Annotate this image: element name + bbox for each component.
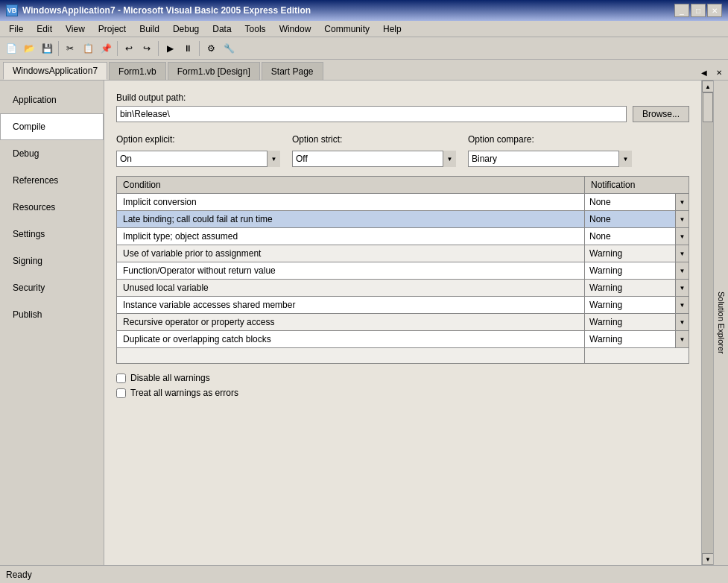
sidebar-item-debug[interactable]: Debug — [0, 140, 104, 167]
notification-value: Warning — [585, 263, 675, 278]
tab-close[interactable]: ✕ — [713, 67, 725, 78]
menu-data[interactable]: Data — [206, 22, 237, 36]
option-compare-select[interactable]: Binary Text — [468, 151, 632, 167]
sidebar-item-settings[interactable]: Settings — [0, 221, 104, 248]
condition-cell: Implicit type; object assumed — [117, 228, 585, 245]
menu-community[interactable]: Community — [318, 22, 376, 36]
sidebar-item-resources[interactable]: Resources — [0, 194, 104, 221]
toolbar-new[interactable]: 📄 — [3, 40, 19, 57]
sidebar-item-application[interactable]: Application — [0, 86, 104, 113]
menu-project[interactable]: Project — [92, 22, 132, 36]
notification-value: Warning — [585, 332, 675, 347]
sidebar-item-security[interactable]: Security — [0, 274, 104, 301]
toolbar-save-all[interactable]: 💾 — [39, 40, 55, 57]
notification-value: Warning — [585, 246, 675, 261]
table-row: Use of variable prior to assignment Warn… — [117, 245, 689, 262]
notification-dropdown-btn[interactable]: ▼ — [675, 194, 689, 210]
menu-help[interactable]: Help — [377, 22, 408, 36]
content-inner: Build output path: Browse... Option expl… — [104, 81, 701, 565]
scroll-down-btn[interactable]: ▼ — [702, 553, 714, 565]
scroll-up-btn[interactable]: ▲ — [702, 81, 714, 92]
notification-cell: None ▼ — [585, 194, 689, 211]
toolbar-sep-1 — [58, 41, 59, 56]
toolbar-sep-2 — [117, 41, 118, 56]
title-controls[interactable]: _ □ ✕ — [674, 4, 722, 17]
menu-tools[interactable]: Tools — [239, 22, 272, 36]
notification-value: Warning — [585, 280, 675, 295]
close-button[interactable]: ✕ — [707, 4, 722, 17]
build-output-input[interactable] — [116, 106, 627, 122]
toolbar-copy[interactable]: 📋 — [80, 40, 96, 57]
table-row: Duplicate or overlapping catch blocks Wa… — [117, 331, 689, 348]
option-strict-select[interactable]: On Off — [292, 151, 456, 167]
tab-windowsapplication7[interactable]: WindowsApplication7 — [3, 62, 107, 80]
scrollbar: ▲ ▼ — [701, 81, 713, 565]
notification-dropdown-btn[interactable]: ▼ — [675, 297, 689, 313]
treat-warnings-errors-checkbox[interactable] — [116, 388, 126, 398]
menu-debug[interactable]: Debug — [167, 22, 205, 36]
tab-startpage[interactable]: Start Page — [262, 62, 323, 80]
option-compare-select-wrap: Binary Text ▼ — [468, 151, 632, 167]
disable-warnings-label: Disable all warnings — [130, 373, 210, 383]
condition-cell: Late binding; call could fail at run tim… — [117, 211, 585, 228]
disable-warnings-checkbox[interactable] — [116, 374, 126, 383]
toolbar-undo[interactable]: ↩ — [121, 40, 137, 57]
table-row: Unused local variable Warning ▼ — [117, 280, 689, 297]
condition-cell: Instance variable accesses shared member — [117, 297, 585, 314]
toolbar-run[interactable]: ▶ — [162, 40, 178, 57]
toolbar-misc1[interactable]: ⚙ — [203, 40, 219, 57]
tab-scroll-left[interactable]: ◀ — [698, 67, 710, 78]
menu-view[interactable]: View — [60, 22, 91, 36]
notification-dropdown-btn[interactable]: ▼ — [675, 280, 689, 296]
build-output-label: Build output path: — [116, 92, 689, 103]
table-row: Implicit conversion None ▼ — [117, 194, 689, 211]
browse-button[interactable]: Browse... — [633, 106, 689, 122]
option-strict-select-wrap: On Off ▼ — [292, 151, 456, 167]
tab-form1vb-design[interactable]: Form1.vb [Design] — [168, 62, 260, 80]
option-explicit-select[interactable]: On Off — [116, 151, 280, 167]
toolbar-misc2[interactable]: 🔧 — [221, 40, 237, 57]
tab-form1vb[interactable]: Form1.vb — [109, 62, 166, 80]
table-row: Instance variable accesses shared member… — [117, 297, 689, 314]
sidebar-item-compile[interactable]: Compile — [0, 113, 104, 140]
build-output-path-row: Build output path: Browse... — [116, 92, 689, 122]
scroll-thumb[interactable] — [703, 92, 713, 122]
notification-value: Warning — [585, 315, 675, 330]
notification-dropdown-btn[interactable]: ▼ — [675, 331, 689, 347]
toolbar-cut[interactable]: ✂ — [62, 40, 78, 57]
notification-dropdown-btn[interactable]: ▼ — [675, 262, 689, 279]
minimize-button[interactable]: _ — [674, 4, 689, 17]
option-compare-group: Option compare: Binary Text ▼ — [468, 134, 632, 167]
disable-warnings-row: Disable all warnings — [116, 373, 689, 383]
notification-dropdown-btn[interactable]: ▼ — [675, 245, 689, 262]
solution-explorer-tab[interactable]: Solution Explorer — [713, 81, 728, 565]
toolbar-paste[interactable]: 📌 — [98, 40, 114, 57]
option-strict-label: Option strict: — [292, 134, 456, 145]
conditions-table: Condition Notification Implicit conversi… — [116, 176, 689, 364]
maximize-button[interactable]: □ — [691, 4, 706, 17]
sidebar-item-references[interactable]: References — [0, 167, 104, 194]
sidebar-item-signing[interactable]: Signing — [0, 248, 104, 274]
path-row: Browse... — [116, 106, 689, 122]
scroll-track[interactable] — [702, 92, 713, 553]
notification-cell: None ▼ — [585, 228, 689, 245]
toolbar-pause[interactable]: ⏸ — [180, 40, 196, 57]
menu-build[interactable]: Build — [133, 22, 165, 36]
tab-strip: WindowsApplication7 Form1.vb Form1.vb [D… — [0, 60, 728, 81]
title-bar: VB WindowsApplication7 - Microsoft Visua… — [0, 0, 728, 21]
toolbar-sep-4 — [199, 41, 200, 56]
notification-dropdown-btn[interactable]: ▼ — [675, 211, 689, 227]
notification-dropdown-btn[interactable]: ▼ — [675, 314, 689, 330]
toolbar-redo[interactable]: ↪ — [139, 40, 155, 57]
menu-file[interactable]: File — [3, 22, 29, 36]
condition-cell: Duplicate or overlapping catch blocks — [117, 331, 585, 348]
sidebar-item-publish[interactable]: Publish — [0, 301, 104, 328]
notification-dropdown-btn[interactable]: ▼ — [675, 228, 689, 245]
options-row: Option explicit: On Off ▼ Option strict: — [116, 134, 689, 167]
condition-cell: Use of variable prior to assignment — [117, 245, 585, 262]
notification-cell: Warning ▼ — [585, 280, 689, 297]
toolbar-open[interactable]: 📂 — [21, 40, 37, 57]
menu-window[interactable]: Window — [273, 22, 317, 36]
menu-edit[interactable]: Edit — [31, 22, 58, 36]
empty-cell — [117, 348, 585, 364]
